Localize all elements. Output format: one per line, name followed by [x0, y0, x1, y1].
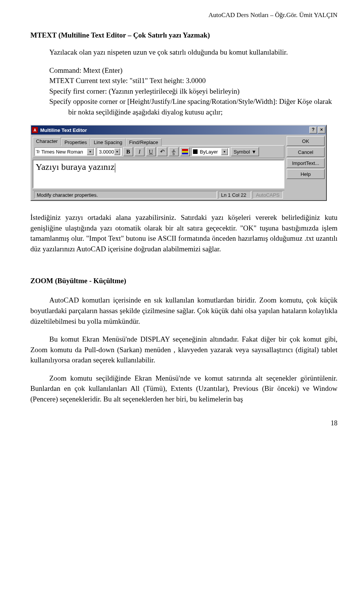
stack-button[interactable]: a b — [169, 147, 179, 156]
symbol-button[interactable]: Symbol ▼ — [231, 147, 259, 156]
undo-button[interactable]: ↶ — [157, 147, 167, 156]
chevron-down-icon[interactable]: ▼ — [87, 148, 94, 155]
zoom-p3: Zoom komutu seçildiğinde Ekran Menüsü'nd… — [30, 373, 337, 404]
color-swatch-icon — [182, 149, 188, 154]
text-height-input[interactable]: 3.0000 ▼ — [97, 147, 122, 156]
status-position: Ln 1 Col 22 — [218, 191, 251, 199]
color-preview-icon — [193, 149, 198, 154]
section-title-zoom: ZOOM (Büyültme - Küçültme) — [30, 277, 337, 285]
after-dialog-paragraph: İstediğiniz yazıyı ortadaki alana yazabi… — [30, 212, 337, 254]
intro-paragraph: Yazılacak olan yazı nispeten uzun ve çok… — [30, 47, 337, 58]
zoom-p1: AutoCAD komutları içerisinde en sık kull… — [30, 295, 337, 326]
status-autocaps: AutoCAPS — [253, 191, 283, 199]
cmd-line-4: Specify opposite corner or [Height/Justi… — [49, 96, 337, 117]
stack-b: b — [173, 152, 175, 155]
text-caret — [115, 163, 115, 172]
dialog-title: Multiline Text Editor — [40, 127, 309, 133]
tab-line-spacing[interactable]: Line Spacing — [90, 138, 126, 146]
font-name: Times New Roman — [41, 149, 87, 155]
cmd-line-2: MTEXT Current text style: "stil1" Text h… — [30, 75, 337, 86]
truetype-icon: Tr — [36, 149, 39, 155]
dialog-statusbar: Modify character properties. Ln 1 Col 22… — [33, 190, 284, 199]
page-number: 18 — [30, 419, 337, 427]
text-height-value: 3.0000 — [98, 149, 114, 155]
underline-button[interactable]: U — [146, 147, 156, 156]
import-text-button[interactable]: ImportText... — [287, 158, 325, 168]
titlebar-help-button[interactable]: ? — [309, 127, 317, 133]
section-title-mtext: MTEXT (Multiline Text Editor – Çok Satır… — [30, 31, 337, 39]
cmd-line-3: Specify first corner: (Yazının yerleştir… — [30, 86, 337, 97]
color-bylayer-combo[interactable]: ByLayer ▼ — [191, 147, 229, 156]
bold-button[interactable]: B — [123, 147, 133, 156]
textarea-value: Yazıyı buraya yazınız — [36, 162, 115, 172]
zoom-p2: Bu komut Ekran Menüsü'nde DISPLAY seçene… — [30, 334, 337, 365]
bylayer-label: ByLayer — [199, 149, 221, 155]
mtext-editor-dialog: A Multiline Text Editor ? × Character Pr… — [30, 125, 327, 201]
status-message: Modify character properties. — [34, 191, 217, 199]
mtext-textarea[interactable]: Yazıyı buraya yazınız — [33, 160, 284, 188]
cmd-line-1: Command: Mtext (Enter) — [30, 65, 337, 76]
tab-find-replace[interactable]: Find/Replace — [126, 138, 162, 146]
chevron-down-icon[interactable]: ▼ — [114, 148, 120, 155]
character-panel: Tr Times New Roman ▼ 3.0000 ▼ B I U ↶ a — [33, 145, 284, 158]
symbol-label: Symbol — [234, 149, 250, 155]
font-combo[interactable]: Tr Times New Roman ▼ — [35, 147, 95, 156]
chevron-down-icon: ▼ — [251, 149, 256, 155]
ok-button[interactable]: OK — [287, 136, 325, 146]
help-button[interactable]: Help — [287, 169, 325, 179]
tab-character[interactable]: Character — [33, 137, 61, 146]
cancel-button[interactable]: Cancel — [287, 147, 325, 157]
tabs-row: Character Properties Line Spacing Find/R… — [33, 136, 284, 145]
titlebar-close-button[interactable]: × — [318, 127, 325, 133]
italic-button[interactable]: I — [135, 147, 144, 156]
dialog-titlebar[interactable]: A Multiline Text Editor ? × — [31, 125, 326, 135]
tab-properties[interactable]: Properties — [61, 138, 90, 146]
color-button[interactable] — [180, 147, 190, 156]
page-header: AutoCAD Ders Notları – Öğr.Gör. Ümit YAL… — [30, 11, 337, 19]
app-icon: A — [32, 127, 38, 133]
command-block: Command: Mtext (Enter) MTEXT Current tex… — [30, 65, 337, 118]
chevron-down-icon[interactable]: ▼ — [221, 148, 228, 155]
